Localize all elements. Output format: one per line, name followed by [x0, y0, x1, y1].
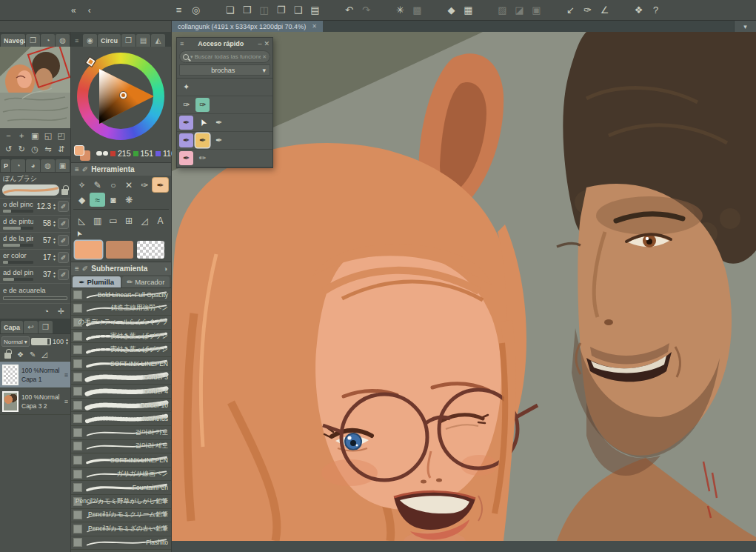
brush-list-item[interactable]: Acanthus	[71, 412, 171, 426]
tab-list-chevron-button[interactable]: ▾	[734, 21, 756, 32]
help-icon[interactable]: ?	[647, 2, 664, 19]
timelapse-icon[interactable]: ◔	[44, 307, 49, 316]
brush-list-item[interactable]: FountainPen	[71, 481, 171, 495]
subtool-tab[interactable]: ✒ Plumilla	[73, 276, 121, 287]
panel-menu-icon[interactable]: ≡	[75, 265, 79, 273]
slider-stepper[interactable]: ▲▼	[53, 271, 56, 279]
sep[interactable]	[545, 2, 562, 19]
brush-list-item[interactable]: ガサガサ線画ペン	[71, 468, 171, 482]
eraser-tool[interactable]: ◺	[74, 213, 90, 227]
pen-shortcut-tile[interactable]: ✒	[179, 151, 193, 165]
decoration-tool[interactable]: ❋	[121, 193, 136, 207]
panel-menu-icon[interactable]: ≡	[72, 34, 82, 47]
sv-cursor[interactable]	[120, 92, 127, 99]
pen-shortcut-tile[interactable]: ✒	[179, 116, 193, 130]
undo-icon[interactable]: ↶	[341, 2, 358, 19]
brush-list-item[interactable]: Border 3	[71, 371, 171, 385]
brush-list-item[interactable]: Pencil3/カモミざの古い鉛筆	[71, 522, 171, 536]
zoom-out-button[interactable]: −	[2, 130, 15, 142]
brush-shortcut-tile[interactable]: ✑	[179, 98, 193, 112]
tab-color-set2-icon[interactable]: ▤	[136, 34, 150, 47]
eyedropper-tool[interactable]: ✧	[74, 178, 90, 192]
slider-dynamics-button[interactable]: ✐	[58, 218, 69, 229]
blend-tool-active[interactable]: ≈	[90, 193, 105, 207]
tab-color-set-icon[interactable]: ◕	[26, 159, 40, 172]
brush-list-item[interactable]: 겉머리 세로	[71, 440, 171, 454]
slider-dynamics-button[interactable]: ✐	[58, 269, 69, 280]
tab-navigator[interactable]: Navega	[1, 34, 25, 47]
clip-at-layer-icon[interactable]: ❖	[17, 350, 24, 359]
selection-pen-icon[interactable]: ✑	[579, 2, 596, 19]
export-as-icon[interactable]: ❑	[290, 2, 307, 19]
brush-list-item[interactable]: Bold Lineart~Full Opacity	[71, 288, 171, 302]
tab-history-icon[interactable]: ▣	[56, 159, 70, 172]
selection-tool[interactable]: ▭	[105, 213, 121, 227]
zoom-in-button[interactable]: +	[16, 130, 28, 142]
brush-tool[interactable]: ✑	[137, 178, 153, 192]
layer-opacity-stepper[interactable]: ▲▼	[65, 338, 69, 345]
tab-subview-icon[interactable]: ◔	[41, 34, 55, 47]
balloon-tool[interactable]: ◙	[105, 193, 121, 207]
slider-stepper[interactable]: ▲▼	[53, 254, 56, 262]
color-history-icon[interactable]	[96, 150, 108, 157]
tab-layers[interactable]: Capa	[1, 321, 23, 333]
tab-information-icon[interactable]: ◍	[56, 34, 70, 47]
layer-row[interactable]: 100 %Normal Capa 3 2 ≡	[0, 388, 70, 415]
rotate-right-button[interactable]: ↻	[16, 143, 28, 155]
tab-quick-access-icon[interactable]: ❐	[26, 34, 40, 47]
operation-tool[interactable]: ✕	[121, 178, 136, 192]
document-tab[interactable]: collangunk (4191 x 5334px 1200dpi 70.4%)…	[172, 21, 323, 32]
brush-list-item[interactable]: 実付き葉っぱブラシ	[71, 330, 171, 344]
text-tool[interactable]: A	[153, 213, 168, 227]
sep[interactable]	[613, 2, 630, 19]
fill-erase-icon[interactable]: ▩	[409, 2, 426, 19]
close-icon[interactable]: ✕	[264, 40, 270, 47]
pen-tool-active[interactable]: ✒	[153, 178, 168, 192]
collapse-panels-icon[interactable]: «	[71, 5, 76, 16]
tool-property-slider[interactable]: d de pintura 58 ▲▼ ✐	[0, 215, 70, 232]
layer-thumbnail[interactable]	[2, 365, 19, 385]
sep[interactable]	[324, 2, 341, 19]
tool-property-slider[interactable]: ad del pincel 37 ▲▼ ✐	[0, 266, 70, 283]
panel-menu-icon[interactable]: ≡	[180, 40, 184, 47]
figure-tool[interactable]: ◿	[137, 213, 153, 227]
tool-property-slider[interactable]: d de la pintura 57 ▲▼ ✐	[0, 232, 70, 249]
tab-color-wheel[interactable]: Circu	[98, 34, 121, 47]
transparent-swatch[interactable]	[137, 241, 164, 259]
sub-color-swatch[interactable]	[106, 241, 133, 259]
subtool-view-toggle-icon[interactable]: ◑	[164, 265, 167, 273]
new-file-icon[interactable]: ❏	[221, 2, 238, 19]
close-document-icon[interactable]: ✕	[312, 23, 317, 30]
layer-handle-icon[interactable]: ≡	[64, 398, 68, 405]
slider-dynamics-button[interactable]: ✐	[58, 201, 69, 212]
panel-menu-icon[interactable]: ≡	[75, 165, 79, 173]
gradient-tool[interactable]: ▥	[90, 213, 105, 227]
tool-property-slider[interactable]: o del pincel 12.3 ▲▼ ✐	[0, 198, 70, 215]
cursor-shortcut-tile[interactable]: ➤	[193, 113, 212, 132]
no-draft-icon[interactable]: ✎	[30, 350, 36, 359]
brush-list-item[interactable]: Border 10	[71, 399, 171, 413]
back-icon[interactable]: ‹	[88, 5, 91, 16]
brush-list-item[interactable]: 겉머리 가로	[71, 426, 171, 440]
brush-list-item[interactable]: Pencil2/カモミ野草がしがし鉛筆	[71, 495, 171, 509]
brush-list-item[interactable]: Flashito	[71, 536, 171, 551]
lock-layer-icon[interactable]	[4, 353, 11, 359]
tab-tool-property[interactable]: P	[1, 159, 10, 172]
redo-icon[interactable]: ↷	[358, 2, 375, 19]
fill-tool[interactable]: ◆	[74, 193, 90, 207]
brush-shortcut-tile[interactable]: ✑	[195, 98, 210, 112]
settings-wrench-icon[interactable]: ✛	[58, 307, 64, 316]
blend-mode-select[interactable]: Normal ▾	[1, 336, 30, 347]
fit-screen-button[interactable]: ▣	[29, 130, 41, 142]
open-file-icon[interactable]: ❒	[238, 2, 255, 19]
chevron-down-icon[interactable]: ▾	[190, 54, 193, 60]
canvas-frame-icon[interactable]: ▦	[460, 2, 477, 19]
slider-stepper[interactable]: ▲▼	[53, 220, 56, 227]
add-item-tile[interactable]: ✦	[179, 80, 193, 94]
tab-brush-size-icon[interactable]: ◔	[11, 159, 25, 172]
brush-list-item[interactable]: 実付き葉っぱブラシ	[71, 343, 171, 357]
brush-list-item[interactable]: 鋳造主線用強弱ペン	[71, 302, 171, 316]
tab-intermediate-color-icon[interactable]: ◭	[151, 34, 165, 47]
slider-dynamics-button[interactable]: ✐	[58, 235, 69, 246]
lock-icon[interactable]	[61, 189, 68, 195]
